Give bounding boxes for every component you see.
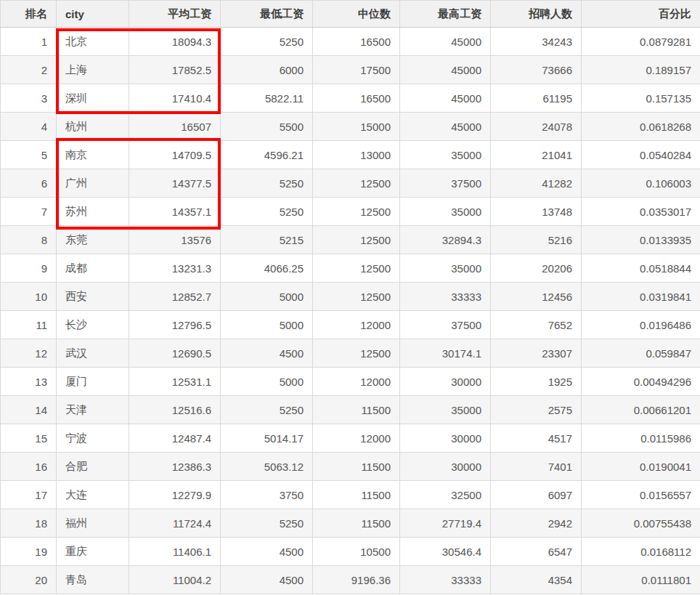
cell-median_salary: 12500 (313, 283, 400, 311)
cell-max_salary: 32894.3 (400, 226, 491, 254)
cell-avg_salary: 11724.4 (129, 509, 221, 538)
cell-avg_salary: 12516.6 (129, 396, 221, 424)
cell-percentage: 0.0111801 (582, 566, 700, 594)
city-salary-table: 排名city平均工资最低工资中位数最高工资招聘人数百分比 1北京18094.35… (0, 0, 700, 594)
cell-job_count: 4354 (491, 566, 582, 594)
cell-rank: 11 (1, 311, 57, 339)
cell-median_salary: 12000 (313, 368, 400, 396)
cell-percentage: 0.0353017 (582, 198, 700, 226)
cell-avg_salary: 11406.1 (129, 538, 221, 566)
cell-rank: 16 (1, 453, 57, 481)
cell-max_salary: 30000 (400, 368, 491, 396)
cell-rank: 10 (1, 283, 57, 311)
cell-rank: 4 (1, 113, 57, 141)
table-row: 3深圳17410.45822.111650045000611950.157135 (1, 84, 700, 113)
cell-rank: 17 (1, 481, 57, 509)
cell-percentage: 0.0196486 (582, 311, 700, 339)
cell-city: 厦门 (57, 368, 129, 396)
column-header-avg_salary: 平均工资 (129, 1, 221, 28)
table-row: 5南京14709.54596.211300035000210410.054028… (1, 141, 700, 169)
cell-median_salary: 12000 (313, 311, 400, 339)
table-row: 13厦门12531.15000120003000019250.00494296 (1, 368, 700, 396)
cell-job_count: 2942 (491, 509, 582, 538)
cell-rank: 5 (1, 141, 57, 169)
cell-percentage: 0.00494296 (582, 368, 700, 396)
cell-min_salary: 5215 (221, 226, 313, 254)
cell-min_salary: 4500 (221, 339, 313, 368)
cell-max_salary: 45000 (400, 56, 491, 84)
cell-min_salary: 5250 (221, 509, 313, 538)
cell-job_count: 73666 (491, 56, 582, 84)
cell-percentage: 0.189157 (582, 56, 700, 84)
column-header-percentage: 百分比 (582, 1, 700, 28)
cell-max_salary: 45000 (400, 84, 491, 113)
cell-city: 深圳 (57, 84, 129, 113)
cell-median_salary: 12500 (313, 226, 400, 254)
cell-city: 成都 (57, 254, 129, 283)
cell-max_salary: 33333 (400, 566, 491, 594)
cell-median_salary: 12000 (313, 424, 400, 453)
cell-city: 长沙 (57, 311, 129, 339)
cell-percentage: 0.157135 (582, 84, 700, 113)
cell-max_salary: 35000 (400, 141, 491, 169)
cell-min_salary: 5000 (221, 368, 313, 396)
cell-max_salary: 27719.4 (400, 509, 491, 538)
table-row: 7苏州14357.152501250035000137480.0353017 (1, 198, 700, 226)
column-header-median_salary: 中位数 (313, 1, 400, 28)
cell-avg_salary: 12796.5 (129, 311, 221, 339)
cell-city: 大连 (57, 481, 129, 509)
cell-median_salary: 10500 (313, 538, 400, 566)
cell-rank: 12 (1, 339, 57, 368)
cell-median_salary: 12500 (313, 198, 400, 226)
table-row: 17大连12279.93750115003250060970.0156557 (1, 481, 700, 509)
cell-max_salary: 45000 (400, 28, 491, 56)
cell-min_salary: 5250 (221, 396, 313, 424)
cell-job_count: 21041 (491, 141, 582, 169)
cell-max_salary: 37500 (400, 169, 491, 198)
cell-job_count: 6097 (491, 481, 582, 509)
cell-rank: 1 (1, 28, 57, 56)
cell-job_count: 24078 (491, 113, 582, 141)
cell-avg_salary: 17410.4 (129, 84, 221, 113)
column-header-city: city (57, 1, 129, 28)
cell-avg_salary: 18094.3 (129, 28, 221, 56)
cell-median_salary: 16500 (313, 84, 400, 113)
cell-max_salary: 35000 (400, 198, 491, 226)
cell-avg_salary: 12531.1 (129, 368, 221, 396)
table-row: 15宁波12487.45014.17120003000045170.011598… (1, 424, 700, 453)
table-row: 4杭州1650755001500045000240780.0618268 (1, 113, 700, 141)
cell-min_salary: 6000 (221, 56, 313, 84)
cell-rank: 18 (1, 509, 57, 538)
column-header-max_salary: 最高工资 (400, 1, 491, 28)
cell-city: 宁波 (57, 424, 129, 453)
cell-percentage: 0.0115986 (582, 424, 700, 453)
cell-median_salary: 9196.36 (313, 566, 400, 594)
cell-min_salary: 5000 (221, 283, 313, 311)
cell-job_count: 13748 (491, 198, 582, 226)
cell-median_salary: 15000 (313, 113, 400, 141)
cell-rank: 6 (1, 169, 57, 198)
table-row: 8东莞1357652151250032894.352160.0133935 (1, 226, 700, 254)
table-row: 9成都13231.34066.251250035000202060.051884… (1, 254, 700, 283)
cell-job_count: 5216 (491, 226, 582, 254)
cell-min_salary: 5014.17 (221, 424, 313, 453)
cell-percentage: 0.0879281 (582, 28, 700, 56)
table-row: 20青岛11004.245009196.363333343540.0111801 (1, 566, 700, 594)
cell-median_salary: 11500 (313, 481, 400, 509)
cell-max_salary: 32500 (400, 481, 491, 509)
cell-median_salary: 16500 (313, 28, 400, 56)
cell-min_salary: 4500 (221, 538, 313, 566)
cell-job_count: 41282 (491, 169, 582, 198)
cell-min_salary: 5250 (221, 28, 313, 56)
cell-avg_salary: 12852.7 (129, 283, 221, 311)
table-row: 12武汉12690.545001250030174.1233070.059847 (1, 339, 700, 368)
cell-city: 南京 (57, 141, 129, 169)
cell-percentage: 0.00661201 (582, 396, 700, 424)
cell-rank: 7 (1, 198, 57, 226)
cell-percentage: 0.106003 (582, 169, 700, 198)
cell-job_count: 6547 (491, 538, 582, 566)
cell-city: 福州 (57, 509, 129, 538)
cell-min_salary: 5250 (221, 198, 313, 226)
cell-max_salary: 45000 (400, 113, 491, 141)
cell-city: 天津 (57, 396, 129, 424)
